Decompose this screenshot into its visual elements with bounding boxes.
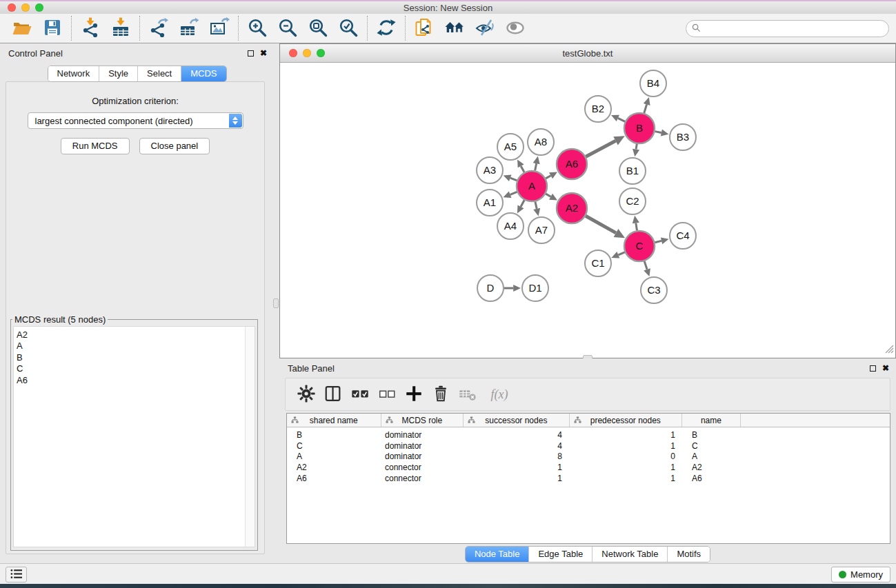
table-cell[interactable]: 1 [570,474,684,483]
tab-style[interactable]: Style [99,66,137,81]
tab-mcds[interactable]: MCDS [181,66,226,81]
delete-table-button[interactable] [457,383,479,406]
table-cell[interactable]: 1 [570,463,684,472]
table-cell[interactable]: A [684,452,742,461]
close-panel-icon[interactable]: ✖ [260,49,267,57]
resize-grip-icon[interactable] [884,343,894,356]
column-header-mcds-role[interactable]: MCDS role [381,414,464,427]
table-row[interactable]: A6connector11A6 [287,473,890,484]
home-button[interactable] [439,15,470,41]
graph-edge[interactable] [644,104,647,113]
table-cell[interactable]: 4 [464,430,570,440]
column-visibility-button[interactable] [322,383,344,406]
table-cell[interactable]: A2 [684,463,742,472]
graph-edge[interactable] [535,163,537,170]
graph-edge[interactable] [586,216,616,233]
select-all-button[interactable] [349,383,371,406]
network-canvas[interactable]: B4B2BB3A8A5A6A3B1AC2A1A2A4A7C4CC1DD1C3 [280,63,895,358]
table-settings-button[interactable] [295,383,317,406]
graph-edge[interactable] [655,241,661,242]
run-mcds-button[interactable]: Run MCDS [61,138,130,154]
tab-motifs[interactable]: Motifs [667,547,710,562]
memory-button[interactable]: Memory [831,567,890,582]
table-cell[interactable]: connector [381,463,464,472]
import-table-button[interactable] [106,15,136,41]
search-input[interactable] [704,22,888,36]
float-panel-icon[interactable] [248,50,254,57]
table-cell[interactable]: A6 [684,474,742,483]
column-header-predecessor-nodes[interactable]: predecessor nodes [570,414,682,427]
panel-selector-button[interactable] [6,567,27,582]
criterion-select[interactable]: largest connected component (directed) [28,112,243,129]
column-header-shared-name[interactable]: shared name [287,414,381,427]
zoom-fit-button[interactable] [303,15,333,41]
table-cell[interactable]: dominator [381,430,464,440]
mcds-result-item[interactable]: C [17,363,245,374]
add-column-button[interactable] [403,383,425,406]
function-builder-button[interactable]: f(x) [484,383,515,406]
table-cell[interactable]: 1 [570,430,684,440]
zoom-selected-button[interactable] [333,15,364,41]
graph-edge[interactable] [655,132,661,133]
graph-edge[interactable] [586,141,615,156]
graph-edge[interactable] [618,118,625,121]
export-image-button[interactable] [204,15,235,41]
column-header-successor-nodes[interactable]: successor nodes [464,414,569,427]
float-table-panel-icon[interactable] [870,365,876,372]
hide-graphics-button[interactable] [470,15,500,41]
table-cell[interactable]: C [684,441,742,451]
table-cell[interactable]: 1 [570,441,684,451]
graph-edge[interactable] [510,178,517,181]
table-cell[interactable]: connector [381,474,464,483]
graph-edge[interactable] [636,144,637,150]
table-cell[interactable]: A6 [287,474,381,483]
export-network-button[interactable] [143,15,174,41]
graph-edge[interactable] [521,200,524,207]
tab-select[interactable]: Select [137,66,181,81]
table-row[interactable]: Adominator80A [287,452,890,463]
mcds-result-item[interactable]: B [17,352,245,363]
table-cell[interactable]: B [287,430,381,440]
mcds-result-item[interactable]: A [17,341,245,352]
table-cell[interactable]: dominator [381,452,464,461]
refresh-layout-button[interactable] [371,15,401,41]
column-header-name[interactable]: name [682,414,741,427]
tab-network-table[interactable]: Network Table [592,547,667,562]
graph-edge[interactable] [510,192,517,194]
table-cell[interactable]: 4 [464,441,570,451]
save-session-button[interactable] [37,15,68,41]
graph-edge[interactable] [636,223,637,230]
table-cell[interactable]: 1 [464,463,570,472]
mcds-result-item[interactable]: A2 [17,330,245,341]
open-session-button[interactable] [7,15,37,41]
table-cell[interactable]: dominator [381,441,464,451]
tab-node-table[interactable]: Node Table [466,547,529,562]
table-cell[interactable]: 8 [464,452,570,461]
table-cell[interactable]: B [684,430,742,440]
table-cell[interactable]: C [287,441,381,451]
first-neighbors-button[interactable] [409,15,439,41]
import-network-button[interactable] [75,15,106,41]
zoom-in-button[interactable] [242,15,272,41]
graph-edge[interactable] [644,261,647,270]
graph-edge[interactable] [535,201,537,208]
deselect-all-button[interactable] [376,383,398,406]
graph-edge[interactable] [521,166,524,172]
result-scrollbar[interactable] [245,327,255,547]
table-row[interactable]: Bdominator41B [287,429,890,440]
table-cell[interactable]: A2 [287,463,381,472]
close-panel-button[interactable]: Close panel [139,138,210,154]
table-cell[interactable]: 1 [464,474,570,483]
mcds-result-item[interactable]: A6 [17,375,245,386]
table-row[interactable]: Cdominator41C [287,440,890,452]
close-table-panel-icon[interactable]: ✖ [882,364,889,372]
graph-edge[interactable] [618,252,624,255]
table-row[interactable]: A2connector11A2 [287,462,890,473]
graph-edge[interactable] [546,176,550,179]
graph-edge[interactable] [546,194,550,196]
table-cell[interactable]: 0 [570,452,684,461]
zoom-out-button[interactable] [272,15,303,41]
export-table-button[interactable] [174,15,204,41]
tab-network[interactable]: Network [48,66,99,81]
show-graphics-button[interactable] [500,15,530,41]
